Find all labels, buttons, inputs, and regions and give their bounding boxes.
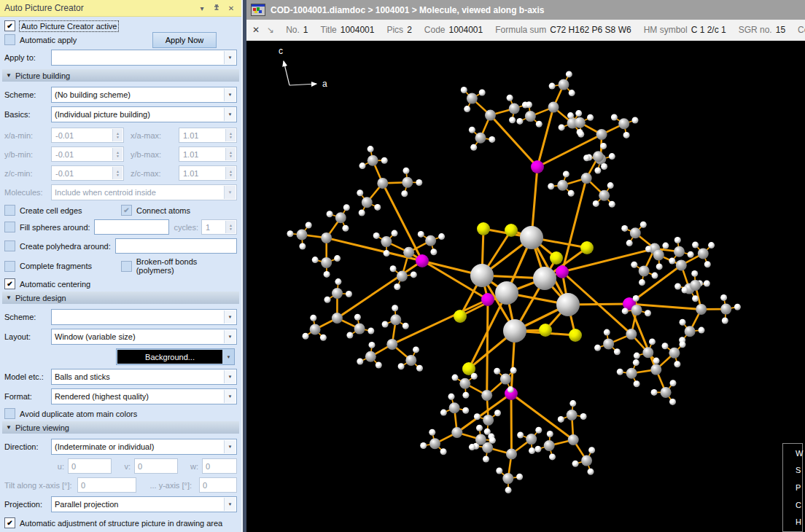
toolbar-item-code: Code1004001 (424, 25, 483, 35)
automatic-apply-label[interactable]: Automatic apply (20, 36, 77, 44)
structure-toolbar: ✕ ↘ No.1 Title1004001 Pics2 Code1004001 … (246, 20, 805, 41)
chevron-down-icon[interactable]: ▼ (223, 349, 234, 364)
arrow-southeast-icon[interactable]: ↘ (267, 25, 274, 35)
background-button[interactable]: Background... (117, 350, 222, 364)
yb-min-spinner[interactable]: -0.01▲▼ (51, 146, 124, 162)
u-field: 0 (68, 458, 112, 474)
chevron-down-icon[interactable]: ▼ (224, 390, 236, 403)
structure-canvas[interactable]: ca W S P C H (246, 41, 805, 532)
panel-menu-icon[interactable]: ▾ (196, 3, 208, 13)
broken-bonds-checkbox[interactable] (121, 261, 132, 272)
chevron-down-icon[interactable]: ▼ (224, 51, 236, 64)
auto-centering-label[interactable]: Automatic centering (20, 280, 90, 289)
spin-buttons-icon[interactable]: ▲▼ (225, 221, 236, 233)
collapse-icon: ▼ (6, 294, 12, 301)
spin-buttons-icon[interactable]: ▲▼ (225, 148, 236, 160)
v-field: 0 (134, 458, 178, 474)
layout-label: Layout: (4, 332, 51, 341)
avoid-duplicate-colors-label[interactable]: Avoid duplicate atom main colors (20, 410, 137, 418)
complete-fragments-checkbox[interactable] (4, 261, 15, 272)
automatic-apply-checkbox[interactable] (4, 34, 15, 45)
svg-text:a: a (322, 79, 327, 89)
tilt-x-label: Tilt along x-axis [°]: (4, 481, 77, 490)
polyhedra-checkbox[interactable] (4, 240, 15, 251)
spin-buttons-icon[interactable]: ▲▼ (225, 167, 236, 179)
diamdoc-icon (251, 4, 265, 16)
layout-combobox[interactable]: Window (variable size)▼ (51, 329, 237, 345)
projection-combobox[interactable]: Parallel projection▼ (51, 496, 237, 512)
spin-buttons-icon[interactable]: ▲▼ (112, 167, 122, 179)
xa-max-spinner[interactable]: 1.01▲▼ (179, 128, 237, 143)
fill-spheres-label[interactable]: Fill spheres around: (20, 223, 90, 232)
cycles-spinner[interactable]: 1▲▼ (201, 219, 237, 235)
auto-adjust-label[interactable]: Automatic adjustment of structure pictur… (20, 519, 222, 528)
auto-adjust-checkbox[interactable]: ✔ (4, 517, 15, 528)
chevron-down-icon[interactable]: ▼ (224, 498, 236, 511)
chevron-down-icon[interactable]: ▼ (224, 108, 236, 121)
yb-min-label: y/b-min: (4, 150, 51, 159)
design-scheme-combobox[interactable]: ▼ (51, 309, 237, 325)
chevron-down-icon[interactable]: ▼ (224, 310, 236, 324)
projection-label: Projection: (4, 500, 51, 509)
section-picture-building[interactable]: ▼Picture building (2, 69, 239, 82)
connect-atoms-label: Connect atoms (136, 206, 190, 215)
fill-spheres-input[interactable] (94, 219, 170, 235)
active-checkbox-label[interactable]: Auto Picture Creator active (20, 21, 118, 31)
xa-min-spinner[interactable]: -0.01▲▼ (51, 128, 124, 143)
cell-edges-label[interactable]: Create cell edges (20, 206, 121, 215)
auto-centering-checkbox[interactable]: ✔ (4, 278, 15, 289)
pin-icon[interactable] (211, 3, 222, 13)
yb-max-label: y/b-max: (124, 150, 179, 159)
format-label: Format: (4, 392, 51, 401)
spin-buttons-icon[interactable]: ▲▼ (112, 148, 122, 160)
zc-min-spinner[interactable]: -0.01▲▼ (51, 165, 124, 181)
panel-content: ✔ Auto Picture Creator active Automatic … (0, 17, 241, 528)
panel-close-icon[interactable]: ✕ (225, 3, 237, 13)
direction-label: Direction: (4, 442, 51, 451)
svg-text:c: c (279, 46, 283, 56)
document-titlebar: COD-1004001.diamdoc > 1004001 > Molecule… (246, 0, 805, 20)
chevron-down-icon[interactable]: ▼ (224, 370, 236, 383)
xa-min-label: x/a-min: (4, 131, 51, 140)
direction-combobox[interactable]: (Indeterminate or individual)▼ (51, 439, 237, 455)
chevron-down-icon[interactable]: ▼ (224, 88, 236, 101)
toolbar-item-pics: Pics2 (386, 25, 411, 35)
complete-fragments-label[interactable]: Complete fragments (20, 262, 121, 270)
apply-to-combobox[interactable]: ▼ (51, 50, 237, 66)
avoid-duplicate-colors-checkbox[interactable] (4, 408, 15, 419)
close-icon[interactable]: ✕ (252, 25, 260, 35)
legend-item: P (786, 481, 799, 494)
cycles-label: cycles: (174, 223, 198, 232)
toolbar-item-hm-symbol: HM symbolC 1 2/c 1 (644, 25, 726, 35)
toolbar-item-no: No.1 (286, 25, 308, 35)
model-combobox[interactable]: Balls and sticks▼ (51, 369, 237, 385)
zc-max-spinner[interactable]: 1.01▲▼ (179, 165, 237, 181)
u-label: u: (55, 462, 64, 471)
active-checkbox[interactable]: ✔ (4, 20, 15, 31)
basics-combobox[interactable]: (Individual picture building)▼ (51, 106, 237, 122)
legend-item: W (786, 447, 799, 460)
broken-bonds-label[interactable]: Broken-off bonds (polymers) (136, 257, 237, 275)
xa-max-label: x/a-max: (124, 131, 179, 140)
legend-item: H (786, 515, 799, 528)
yb-max-spinner[interactable]: 1.01▲▼ (179, 146, 237, 162)
format-combobox[interactable]: Rendered (highest quality)▼ (51, 388, 237, 404)
cell-edges-checkbox[interactable] (4, 205, 15, 216)
apply-now-button[interactable]: Apply Now (152, 32, 217, 48)
chevron-down-icon[interactable]: ▼ (224, 330, 236, 343)
w-label: w: (188, 462, 198, 471)
chevron-down-icon[interactable]: ▼ (224, 440, 236, 453)
zc-min-label: z/c-min: (4, 169, 51, 178)
building-scheme-combobox[interactable]: (No building scheme)▼ (51, 87, 237, 103)
fill-spheres-checkbox[interactable] (4, 222, 15, 232)
toolbar-item-title: Title1004001 (321, 25, 375, 35)
section-picture-design[interactable]: ▼Picture design (2, 292, 239, 304)
legend-item: C (786, 498, 799, 512)
model-label: Model etc.: (4, 372, 51, 381)
connect-atoms-checkbox: ✔ (121, 205, 132, 216)
polyhedra-input[interactable] (115, 238, 237, 254)
polyhedra-label[interactable]: Create polyhedra around: (20, 242, 111, 251)
spin-buttons-icon[interactable]: ▲▼ (225, 129, 236, 141)
section-picture-viewing[interactable]: ▼Picture viewing (2, 421, 239, 434)
spin-buttons-icon[interactable]: ▲▼ (112, 129, 122, 141)
